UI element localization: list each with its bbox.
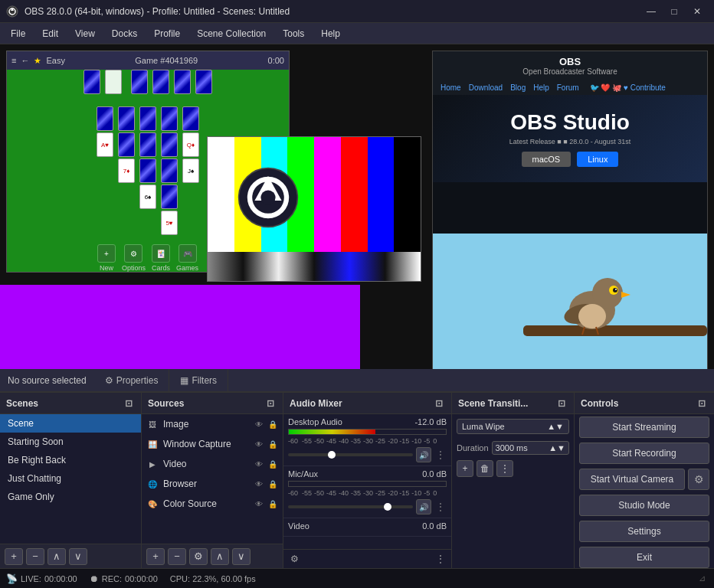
svg-point-6 — [592, 278, 623, 309]
scenes-move-down-button[interactable]: ∨ — [69, 548, 87, 565]
source-item-color-source[interactable]: 🎨 Color Source 👁 🔒 — [142, 494, 283, 514]
source-item-window-capture[interactable]: 🪟 Window Capture 👁 🔒 — [142, 434, 283, 454]
desktop-audio-slider[interactable] — [288, 453, 413, 456]
card-b4d — [161, 185, 178, 209]
menu-view[interactable]: View — [67, 26, 103, 41]
resize-handle[interactable]: ⊿ — [696, 573, 708, 585]
scenes-add-button[interactable]: + — [5, 548, 23, 565]
mic-aux-menu[interactable]: ⋮ — [434, 499, 447, 514]
live-icon: 📡 — [6, 573, 18, 584]
sources-settings-button[interactable]: ⚙ — [189, 548, 208, 565]
properties-bar: No source selected ⚙ Properties ▦ Filter… — [0, 369, 714, 392]
menu-file[interactable]: File — [3, 26, 33, 41]
sources-header: Sources ⊡ — [142, 393, 283, 414]
obs-website-header: OBS Open Broadcaster Software — [433, 51, 707, 80]
video-source-controls: 👁 🔒 — [254, 459, 278, 469]
card-b4c — [161, 158, 178, 183]
scenes-expand-icon[interactable]: ⊡ — [123, 397, 135, 410]
desktop-audio-mute[interactable]: 🔊 — [416, 447, 431, 462]
sources-remove-button[interactable]: − — [168, 548, 186, 565]
image-lock-icon[interactable]: 🔒 — [267, 419, 278, 430]
audio-header-icons: ⊡ — [433, 397, 445, 410]
menu-docks[interactable]: Docks — [104, 26, 145, 41]
window-eye-icon[interactable]: 👁 — [254, 439, 264, 449]
menu-tools[interactable]: Tools — [275, 26, 312, 41]
transition-dropdown[interactable]: Luma Wipe ▲▼ — [457, 419, 569, 434]
transition-add-button[interactable]: + — [457, 460, 473, 477]
desktop-audio-meter — [288, 429, 447, 435]
video-lock-icon[interactable]: 🔒 — [267, 459, 278, 469]
filters-tab[interactable]: ▦ Filters — [169, 369, 228, 391]
solitaire-cards[interactable]: 🃏 Cards — [152, 244, 170, 272]
source-item-image[interactable]: 🖼 Image 👁 🔒 — [142, 414, 283, 434]
solitaire-options[interactable]: ⚙ Options — [122, 244, 146, 272]
source-item-browser[interactable]: 🌐 Browser 👁 🔒 — [142, 474, 283, 494]
sources-move-down-button[interactable]: ∨ — [232, 548, 251, 565]
menu-edit[interactable]: Edit — [34, 26, 66, 41]
menu-help[interactable]: Help — [313, 26, 348, 41]
sources-panel: Sources ⊡ 🖼 Image 👁 🔒 🪟 Window Capture 👁… — [142, 393, 283, 568]
audio-menu-icon[interactable]: ⋮ — [434, 553, 447, 565]
obs-mac-button[interactable]: macOS — [522, 152, 572, 167]
svg-rect-3 — [432, 234, 707, 369]
transition-type-select: Luma Wipe ▲▼ — [457, 419, 569, 434]
controls-expand-icon[interactable]: ⊡ — [696, 397, 708, 410]
obs-nav-help: Help — [533, 83, 549, 92]
scene-item-scene[interactable]: Scene — [0, 414, 141, 433]
image-eye-icon[interactable]: 👁 — [254, 419, 264, 430]
solitaire-games[interactable]: 🎮 Games — [176, 244, 198, 272]
source-item-video[interactable]: ▶ Video 👁 🔒 — [142, 454, 283, 474]
transition-remove-button[interactable]: 🗑 — [477, 460, 493, 477]
menu-bar: File Edit View Docks Profile Scene Colle… — [0, 23, 714, 44]
sources-expand-icon[interactable]: ⊡ — [264, 397, 277, 410]
solitaire-top-row: ♥ ♦ ♣ ♠ — [84, 70, 212, 94]
card-a5b: J♠ — [182, 158, 199, 183]
start-streaming-button[interactable]: Start Streaming — [579, 416, 709, 438]
scene-item-game-only[interactable]: Game Only — [0, 488, 141, 506]
maximize-button[interactable]: □ — [663, 3, 685, 20]
menu-scene-collection[interactable]: Scene Collection — [189, 26, 273, 41]
scenes-remove-button[interactable]: − — [26, 548, 44, 565]
sources-add-button[interactable]: + — [146, 548, 165, 565]
close-button[interactable]: ✕ — [686, 3, 708, 20]
card-deck[interactable] — [84, 70, 100, 94]
window-lock-icon[interactable]: 🔒 — [267, 439, 278, 449]
transition-menu-button[interactable]: ⋮ — [496, 460, 513, 477]
browser-lock-icon[interactable]: 🔒 — [267, 479, 278, 489]
exit-button[interactable]: Exit — [579, 547, 709, 568]
mic-aux-mute[interactable]: 🔊 — [416, 499, 431, 514]
browser-eye-icon[interactable]: 👁 — [254, 479, 264, 489]
bars-bottom — [208, 252, 421, 281]
studio-mode-button[interactable]: Studio Mode — [579, 495, 709, 516]
sources-move-up-button[interactable]: ∧ — [211, 548, 229, 565]
virtual-camera-settings-button[interactable]: ⚙ — [688, 469, 709, 490]
transition-duration-input[interactable]: 3000 ms ▲▼ — [492, 441, 569, 455]
audio-footer: ⚙ ⋮ — [283, 549, 451, 568]
video-audio-level: 0.0 dB — [422, 521, 447, 531]
transitions-expand-icon[interactable]: ⊡ — [555, 397, 568, 410]
color-source-label: Color Source — [163, 498, 217, 509]
scene-item-just-chatting[interactable]: Just Chatting — [0, 469, 141, 488]
scenes-move-up-button[interactable]: ∧ — [47, 548, 66, 565]
properties-tab[interactable]: ⚙ Properties — [94, 369, 170, 391]
no-source-label: No source selected — [0, 375, 94, 386]
desktop-audio-menu[interactable]: ⋮ — [434, 447, 447, 462]
minimize-button[interactable]: — — [640, 3, 662, 20]
menu-profile[interactable]: Profile — [146, 26, 188, 41]
mic-aux-slider[interactable] — [288, 505, 413, 508]
start-recording-button[interactable]: Start Recording — [579, 443, 709, 464]
solitaire-new[interactable]: + New — [97, 244, 116, 272]
scene-item-starting-soon[interactable]: Starting Soon — [0, 433, 141, 451]
scene-item-be-right-back[interactable]: Be Right Back — [0, 451, 141, 469]
svg-point-9 — [615, 289, 617, 290]
color-lock-icon[interactable]: 🔒 — [267, 498, 278, 509]
audio-expand-icon[interactable]: ⊡ — [433, 397, 445, 410]
audio-settings-icon[interactable]: ⚙ — [288, 553, 300, 565]
obs-linux-button[interactable]: Linux — [577, 152, 618, 167]
settings-button[interactable]: Settings — [579, 521, 709, 542]
color-eye-icon[interactable]: 👁 — [254, 498, 264, 509]
card-suit1: ♥ — [131, 70, 148, 94]
start-virtual-camera-button[interactable]: Start Virtual Camera — [579, 469, 685, 490]
color-source-controls: 👁 🔒 — [254, 498, 278, 509]
video-eye-icon[interactable]: 👁 — [254, 459, 264, 469]
